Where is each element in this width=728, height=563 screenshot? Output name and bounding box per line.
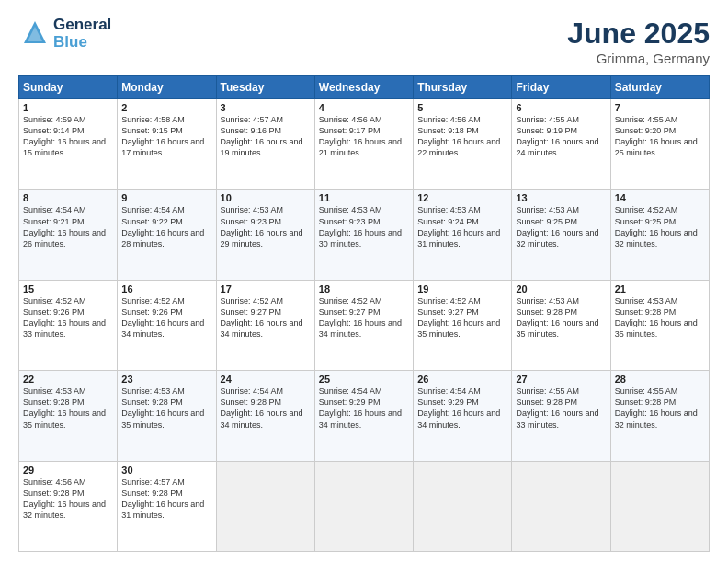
col-friday: Friday: [512, 76, 610, 99]
logo-words: General Blue: [53, 17, 111, 51]
day-info: Sunrise: 4:53 AMSunset: 9:25 PMDaylight:…: [516, 204, 606, 249]
day-number: 14: [615, 192, 705, 203]
day-number: 12: [417, 192, 507, 203]
logo-general-text: General: [53, 17, 111, 34]
table-row: 15Sunrise: 4:52 AMSunset: 9:26 PMDayligh…: [19, 280, 118, 370]
day-info: Sunrise: 4:56 AMSunset: 9:18 PMDaylight:…: [417, 114, 507, 159]
day-number: 28: [615, 373, 705, 385]
calendar-week-row: 22Sunrise: 4:53 AMSunset: 9:28 PMDayligh…: [19, 371, 710, 461]
day-info: Sunrise: 4:54 AMSunset: 9:29 PMDaylight:…: [319, 385, 409, 431]
day-info: Sunrise: 4:54 AMSunset: 9:22 PMDaylight:…: [121, 204, 211, 249]
day-number: 2: [121, 102, 211, 113]
calendar-week-row: 29Sunrise: 4:56 AMSunset: 9:28 PMDayligh…: [19, 461, 710, 551]
day-number: 29: [23, 465, 113, 476]
day-number: 5: [417, 102, 507, 113]
table-row: 27Sunrise: 4:55 AMSunset: 9:28 PMDayligh…: [512, 371, 610, 461]
day-info: Sunrise: 4:52 AMSunset: 9:27 PMDaylight:…: [417, 295, 507, 340]
logo-blue-text: Blue: [53, 34, 111, 52]
day-info: Sunrise: 4:56 AMSunset: 9:28 PMDaylight:…: [23, 477, 113, 522]
day-info: Sunrise: 4:56 AMSunset: 9:17 PMDaylight:…: [319, 114, 409, 159]
header: General Blue June 2025 Grimma, Germany: [18, 17, 710, 66]
day-number: 7: [615, 102, 705, 113]
day-number: 9: [121, 192, 211, 203]
day-number: 10: [221, 192, 311, 203]
day-number: 27: [516, 373, 606, 385]
day-number: 23: [121, 373, 211, 385]
table-row: 25Sunrise: 4:54 AMSunset: 9:29 PMDayligh…: [314, 371, 413, 461]
day-number: 8: [23, 192, 113, 203]
day-number: 22: [23, 373, 113, 385]
day-info: Sunrise: 4:59 AMSunset: 9:14 PMDaylight:…: [23, 114, 113, 159]
calendar-title: June 2025: [567, 17, 710, 51]
day-info: Sunrise: 4:53 AMSunset: 9:28 PMDaylight:…: [121, 385, 211, 431]
table-row: 24Sunrise: 4:54 AMSunset: 9:28 PMDayligh…: [216, 371, 314, 461]
day-number: 21: [615, 283, 705, 294]
day-number: 18: [319, 283, 409, 294]
table-row: 14Sunrise: 4:52 AMSunset: 9:25 PMDayligh…: [610, 190, 709, 280]
table-row: 4Sunrise: 4:56 AMSunset: 9:17 PMDaylight…: [314, 99, 413, 190]
day-info: Sunrise: 4:53 AMSunset: 9:23 PMDaylight:…: [319, 204, 409, 249]
day-info: Sunrise: 4:53 AMSunset: 9:28 PMDaylight:…: [615, 295, 705, 340]
table-row: 19Sunrise: 4:52 AMSunset: 9:27 PMDayligh…: [414, 280, 512, 370]
table-row: 20Sunrise: 4:53 AMSunset: 9:28 PMDayligh…: [512, 280, 610, 370]
day-number: 4: [319, 102, 409, 113]
table-row: [216, 461, 314, 551]
day-number: 25: [319, 373, 409, 385]
day-info: Sunrise: 4:53 AMSunset: 9:28 PMDaylight:…: [23, 385, 113, 431]
day-number: 13: [516, 192, 606, 203]
table-row: 29Sunrise: 4:56 AMSunset: 9:28 PMDayligh…: [19, 461, 118, 551]
table-row: [512, 461, 610, 551]
day-info: Sunrise: 4:53 AMSunset: 9:24 PMDaylight:…: [417, 204, 507, 249]
calendar-header-row: Sunday Monday Tuesday Wednesday Thursday…: [19, 76, 710, 99]
day-number: 16: [121, 283, 211, 294]
calendar-subtitle: Grimma, Germany: [567, 51, 710, 66]
day-number: 11: [319, 192, 409, 203]
day-number: 1: [23, 102, 113, 113]
day-number: 19: [417, 283, 507, 294]
col-wednesday: Wednesday: [314, 76, 413, 99]
table-row: 1Sunrise: 4:59 AMSunset: 9:14 PMDaylight…: [19, 99, 118, 190]
calendar-week-row: 8Sunrise: 4:54 AMSunset: 9:21 PMDaylight…: [19, 190, 710, 280]
table-row: 18Sunrise: 4:52 AMSunset: 9:27 PMDayligh…: [314, 280, 413, 370]
calendar-week-row: 15Sunrise: 4:52 AMSunset: 9:26 PMDayligh…: [19, 280, 710, 370]
table-row: 11Sunrise: 4:53 AMSunset: 9:23 PMDayligh…: [314, 190, 413, 280]
table-row: [610, 461, 709, 551]
day-info: Sunrise: 4:53 AMSunset: 9:23 PMDaylight:…: [221, 204, 311, 249]
logo-icon: [18, 17, 51, 51]
day-info: Sunrise: 4:57 AMSunset: 9:28 PMDaylight:…: [121, 477, 211, 522]
table-row: 7Sunrise: 4:55 AMSunset: 9:20 PMDaylight…: [610, 99, 709, 190]
table-row: 23Sunrise: 4:53 AMSunset: 9:28 PMDayligh…: [118, 371, 216, 461]
day-info: Sunrise: 4:58 AMSunset: 9:15 PMDaylight:…: [121, 114, 211, 159]
day-number: 26: [417, 373, 507, 385]
table-row: 17Sunrise: 4:52 AMSunset: 9:27 PMDayligh…: [216, 280, 314, 370]
day-info: Sunrise: 4:54 AMSunset: 9:21 PMDaylight:…: [23, 204, 113, 249]
table-row: 3Sunrise: 4:57 AMSunset: 9:16 PMDaylight…: [216, 99, 314, 190]
col-tuesday: Tuesday: [216, 76, 314, 99]
table-row: 8Sunrise: 4:54 AMSunset: 9:21 PMDaylight…: [19, 190, 118, 280]
col-monday: Monday: [118, 76, 216, 99]
table-row: 21Sunrise: 4:53 AMSunset: 9:28 PMDayligh…: [610, 280, 709, 370]
day-info: Sunrise: 4:54 AMSunset: 9:28 PMDaylight:…: [221, 385, 311, 431]
table-row: 5Sunrise: 4:56 AMSunset: 9:18 PMDaylight…: [414, 99, 512, 190]
calendar-table: Sunday Monday Tuesday Wednesday Thursday…: [18, 75, 710, 552]
table-row: 13Sunrise: 4:53 AMSunset: 9:25 PMDayligh…: [512, 190, 610, 280]
day-number: 24: [221, 373, 311, 385]
table-row: 30Sunrise: 4:57 AMSunset: 9:28 PMDayligh…: [118, 461, 216, 551]
table-row: 22Sunrise: 4:53 AMSunset: 9:28 PMDayligh…: [19, 371, 118, 461]
table-row: 26Sunrise: 4:54 AMSunset: 9:29 PMDayligh…: [414, 371, 512, 461]
day-info: Sunrise: 4:52 AMSunset: 9:27 PMDaylight:…: [319, 295, 409, 340]
day-info: Sunrise: 4:57 AMSunset: 9:16 PMDaylight:…: [221, 114, 311, 159]
day-info: Sunrise: 4:52 AMSunset: 9:27 PMDaylight:…: [221, 295, 311, 340]
day-info: Sunrise: 4:52 AMSunset: 9:26 PMDaylight:…: [23, 295, 113, 340]
day-number: 3: [221, 102, 311, 113]
col-thursday: Thursday: [414, 76, 512, 99]
table-row: 6Sunrise: 4:55 AMSunset: 9:19 PMDaylight…: [512, 99, 610, 190]
table-row: 28Sunrise: 4:55 AMSunset: 9:28 PMDayligh…: [610, 371, 709, 461]
table-row: [414, 461, 512, 551]
table-row: 10Sunrise: 4:53 AMSunset: 9:23 PMDayligh…: [216, 190, 314, 280]
day-info: Sunrise: 4:53 AMSunset: 9:28 PMDaylight:…: [516, 295, 606, 340]
day-info: Sunrise: 4:54 AMSunset: 9:29 PMDaylight:…: [417, 385, 507, 431]
table-row: 12Sunrise: 4:53 AMSunset: 9:24 PMDayligh…: [414, 190, 512, 280]
table-row: 16Sunrise: 4:52 AMSunset: 9:26 PMDayligh…: [118, 280, 216, 370]
day-info: Sunrise: 4:55 AMSunset: 9:28 PMDaylight:…: [516, 385, 606, 431]
